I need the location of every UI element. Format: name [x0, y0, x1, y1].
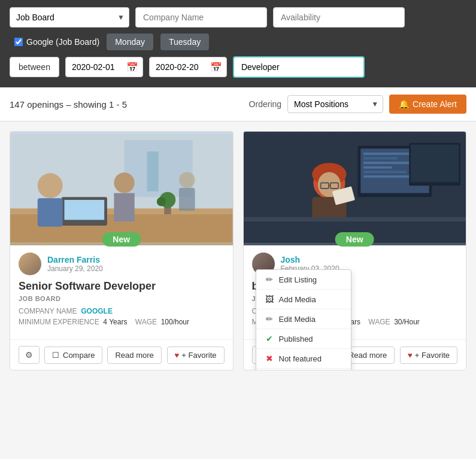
ordering-label: Ordering [249, 99, 281, 109]
card1-company-row: COMPANY NAME Google [19, 307, 225, 315]
job-card-2: New Josh February 03, 2020 b Developer J… [243, 131, 467, 370]
keyword-input[interactable] [233, 56, 365, 78]
filter-row-1: Job Board ▼ [10, 7, 466, 28]
ordering-select[interactable]: Most Positions Most Recent Alphabetical [287, 95, 383, 113]
date-to-input[interactable] [149, 57, 227, 77]
card1-exp-label: MINIMUM EXPERIENCE [19, 318, 99, 326]
create-alert-button[interactable]: 🔔 Create Alert [389, 95, 466, 114]
card1-body: Darren Farris January 29, 2020 Senior So… [10, 245, 233, 339]
google-checkbox-row: Google (Job Board) [14, 37, 99, 47]
card2-image [244, 132, 466, 245]
svg-rect-21 [363, 162, 415, 164]
svg-point-14 [179, 172, 195, 188]
svg-rect-2 [147, 151, 159, 191]
published-icon: ✔ [265, 334, 274, 344]
card1-image [10, 132, 233, 245]
results-count: 147 openings – showing 1 - 5 [10, 99, 127, 110]
svg-rect-15 [179, 188, 195, 211]
cards-grid: New Darren Farris January 29, 2020 Senio… [0, 121, 476, 380]
create-alert-label: Create Alert [413, 99, 457, 109]
card1-avatar [19, 253, 41, 275]
card1-company-label: COMPANY NAME [19, 307, 77, 315]
context-menu-add-media[interactable]: 🖼 Add Media [256, 290, 351, 309]
svg-rect-20 [363, 157, 398, 160]
board-select[interactable]: Job Board [10, 7, 129, 28]
google-checkbox-label: Google (Job Board) [26, 37, 99, 47]
card2-new-badge: New [335, 232, 374, 247]
ordering-wrap: Ordering Most Positions Most Recent Alph… [249, 95, 466, 114]
edit-media-icon: ✏ [265, 314, 274, 324]
card1-heart-icon: ♥ [175, 351, 180, 360]
card1-company-link[interactable]: Google [81, 307, 113, 315]
context-menu-edit-listing[interactable]: ✏ Edit Listing [256, 270, 351, 290]
job-card-1: New Darren Farris January 29, 2020 Senio… [10, 131, 234, 370]
card2-heart-icon: ♥ [408, 351, 413, 360]
context-menu-not-featured[interactable]: ✖ Not featured [256, 349, 351, 369]
between-label: between [10, 57, 59, 77]
card1-favorite-label: + Favorite [181, 351, 216, 360]
card1-compare-button[interactable]: ☐ Compare [44, 346, 102, 364]
svg-rect-24 [363, 175, 412, 178]
svg-point-9 [114, 172, 134, 193]
card2-author-name[interactable]: Josh [281, 255, 339, 265]
company-input[interactable] [135, 7, 267, 28]
filter-bar: Job Board ▼ Google (Job Board) Monday Tu… [0, 0, 476, 87]
board-select-wrap: Job Board ▼ [10, 7, 129, 28]
context-menu: ✏ Edit Listing 🖼 Add Media ✏ Edit Media … [256, 269, 351, 370]
filter-row-2: between 📅 📅 [10, 56, 466, 78]
card2-wage-label: WAGE [368, 318, 390, 326]
card1-compare-checkbox-icon: ☐ [52, 351, 59, 360]
google-checkbox[interactable] [14, 38, 23, 46]
ordering-select-wrap: Most Positions Most Recent Alphabetical … [287, 95, 383, 113]
svg-rect-35 [244, 217, 466, 222]
svg-point-13 [157, 197, 166, 206]
card1-readmore-button[interactable]: Read more [107, 346, 161, 364]
card2-favorite-button[interactable]: ♥ + Favorite [400, 346, 457, 364]
card1-gear-button[interactable]: ⚙ [19, 346, 40, 364]
card1-actions: ⚙ ☐ Compare Read more ♥ + Favorite [10, 339, 233, 370]
not-featured-icon: ✖ [265, 354, 274, 363]
card1-exp-row: MINIMUM EXPERIENCE 4 Years WAGE 100/hour [19, 318, 225, 326]
edit-listing-icon: ✏ [265, 275, 274, 284]
card1-author: Darren Farris January 29, 2020 [19, 253, 225, 275]
svg-rect-10 [114, 193, 134, 222]
context-menu-edit-listing-label: Edit Listing [279, 275, 317, 284]
bell-icon: 🔔 [399, 99, 409, 109]
svg-rect-6 [64, 200, 104, 220]
svg-rect-23 [363, 171, 406, 173]
card1-job-title: Senior Software Developer [19, 280, 225, 293]
card1-wage-label: WAGE [135, 318, 157, 326]
tuesday-btn[interactable]: Tuesday [160, 34, 209, 50]
card1-exp-value: 4 Years [103, 318, 127, 326]
svg-rect-19 [363, 153, 409, 155]
context-menu-delete[interactable]: 🗑 Delete [256, 369, 351, 370]
svg-rect-8 [38, 198, 63, 227]
card1-author-info: Darren Farris January 29, 2020 [47, 255, 103, 273]
card1-favorite-button[interactable]: ♥ + Favorite [167, 346, 225, 364]
context-menu-published[interactable]: ✔ Published [256, 329, 351, 349]
card1-author-name[interactable]: Darren Farris [47, 255, 103, 265]
card1-compare-label: Compare [63, 351, 95, 360]
date-from-wrap: 📅 [65, 57, 143, 77]
svg-rect-26 [411, 145, 459, 183]
monday-btn[interactable]: Monday [107, 34, 153, 50]
card1-wage-value: 100/hour [161, 318, 189, 326]
card1-new-badge: New [102, 232, 141, 247]
context-menu-not-featured-label: Not featured [279, 354, 322, 363]
card1-author-date: January 29, 2020 [47, 265, 103, 273]
context-menu-edit-media[interactable]: ✏ Edit Media [256, 309, 351, 329]
date-to-wrap: 📅 [149, 57, 227, 77]
svg-rect-22 [363, 166, 392, 169]
svg-point-7 [38, 173, 63, 198]
context-menu-published-label: Published [279, 335, 313, 344]
card1-board-tag: JOB BOARD [19, 295, 225, 302]
results-bar: 147 openings – showing 1 - 5 Ordering Mo… [0, 87, 476, 121]
card1-avatar-img [19, 253, 41, 275]
context-menu-add-media-label: Add Media [279, 295, 316, 304]
add-media-icon: 🖼 [265, 294, 274, 304]
card2-wage-value: 30/Hour [394, 318, 420, 326]
card2-favorite-label: + Favorite [415, 351, 450, 360]
availability-input[interactable] [273, 7, 405, 28]
date-from-input[interactable] [65, 57, 143, 77]
context-menu-edit-media-label: Edit Media [279, 315, 316, 324]
